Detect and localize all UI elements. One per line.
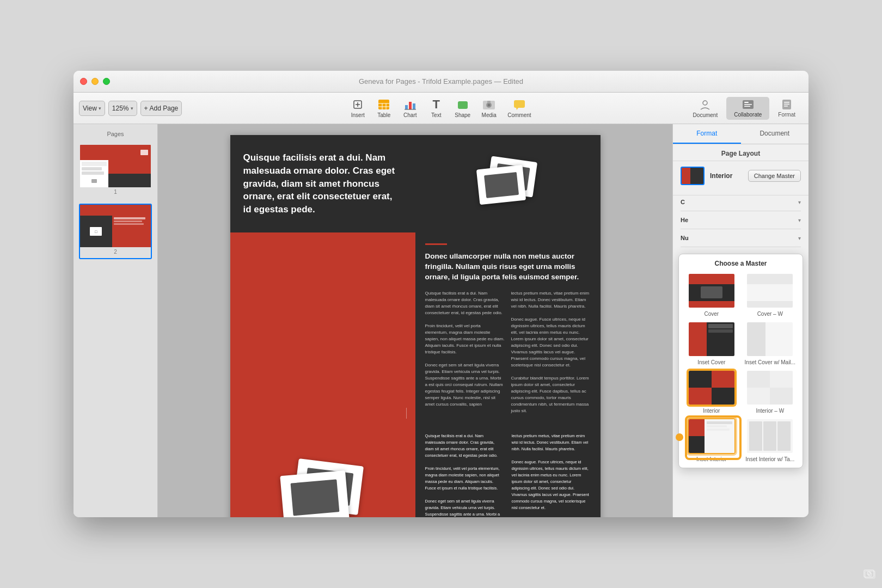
text-label: Text [431,112,441,118]
svg-point-19 [703,101,707,105]
master-label-cover-w: Cover – W [757,311,783,317]
section-header-nu[interactable]: Nu ▾ [673,231,808,244]
thumb2-body: □ [80,216,151,247]
master-item-cover-w[interactable]: Cover – W [743,273,798,317]
toolbar-left: View ▾ 125% ▾ + Add Page [79,101,182,116]
divider-2 [681,229,801,229]
master-label-inset-interior-ta: Inset Interior w/ Ta... [745,456,794,462]
canvas-area[interactable]: Quisque facilisis erat a dui. Nam malesu… [158,124,672,517]
page-grid: Quisque facilisis erat a dui. Nam malesu… [230,135,601,517]
col1-text: Quisque facilisis erat a dui. Nam malesu… [425,290,505,414]
format-button[interactable]: Collaborate [726,97,769,120]
section-header-he[interactable]: He ▾ [673,213,808,226]
view-button[interactable]: View ▾ [79,101,105,116]
cell-red-slides [230,423,415,517]
minimize-button[interactable] [91,78,99,85]
comment-label: Comment [507,112,531,118]
text-button[interactable]: T Text [428,99,444,118]
divider-3 [681,247,801,247]
master-thumb-inset-cover [688,321,736,357]
master-item-interior[interactable]: Interior [684,370,739,414]
col2-text: lectus pretium metus, vitae pretium enim… [511,290,591,414]
add-page-button[interactable]: + Add Page [140,101,182,116]
change-master-button[interactable]: Change Master [748,170,801,182]
master-thumb-interior [688,370,736,406]
insert-button[interactable]: Insert [350,99,365,118]
section-label-he: He [681,217,688,223]
format-label: Collaborate [734,112,762,118]
comment-button[interactable]: Comment [507,99,531,118]
svg-rect-12 [458,101,468,109]
mt-inset-cover-design [689,322,734,356]
master-label-inset-cover-mail: Inset Cover w/ Mail... [745,359,795,365]
master-item-inset-cover[interactable]: Inset Cover [684,321,739,365]
chevron-icon-c: ▾ [798,199,801,205]
insert-label: Insert [351,112,365,118]
media-button[interactable]: Media [481,99,497,118]
media-icon [481,99,497,111]
mt-inset-interior-ta-design [747,419,793,453]
table-label: Table [377,112,390,118]
toolbar-right: Document Collaborate [693,97,803,120]
mt-inset-interior-design [689,419,734,453]
chevron-down-icon: ▾ [99,106,101,111]
toolbar: View ▾ 125% ▾ + Add Page [74,93,808,124]
page-thumb-1[interactable]: 1 [79,144,152,199]
frame-icon: □ [90,227,102,236]
svg-rect-26 [784,103,789,105]
cell-dark-slides [415,135,601,232]
chart-button[interactable]: Chart [402,99,418,118]
cell-red-empty [230,232,415,423]
chart-label: Chart [403,112,416,118]
svg-rect-9 [409,102,412,109]
page-number-2: 2 [80,249,151,255]
collaborate-label: Document [693,112,718,118]
divider-1 [681,211,801,211]
text-icon: T [428,99,444,111]
master-item-interior-w[interactable]: Interior – W [743,370,798,414]
master-item-inset-interior-ta[interactable]: Inset Interior w/ Ta... [743,418,798,462]
app-window: Geneva for Pages - Trifold Example.pages… [74,71,808,517]
shape-label: Shape [455,112,470,118]
zoom-button[interactable]: 125% ▾ [108,101,137,116]
close-button[interactable] [80,78,87,85]
master-thumb-inset-cover-mail [746,321,794,357]
body-columns: Quisque facilisis erat a dui. Nam malesu… [425,290,591,414]
tab-document[interactable]: Document [741,124,809,144]
page-number-1: 1 [80,189,151,195]
maximize-button[interactable] [103,78,110,85]
collaborate-button[interactable]: Document [693,99,718,118]
slide-frame-lg-front [280,470,349,517]
int-thumb-inner [682,168,703,184]
master-item-cover[interactable]: Cover [684,273,739,317]
table-button[interactable]: Table [376,99,391,118]
mt-inset-cover-w-design [747,322,793,356]
format-icon [742,99,755,110]
thumb2-right [112,216,151,247]
document-button[interactable]: Format [770,97,803,120]
page-thumb-2[interactable]: □ 2 [79,204,152,259]
shape-button[interactable]: Shape [455,99,470,118]
tab-format[interactable]: Format [673,124,741,144]
body-heading: Donec ullamcorper nulla non metus auctor… [425,252,591,283]
window-title: Geneva for Pages - Trifold Example.pages… [359,77,523,85]
int-right [690,168,703,184]
svg-rect-22 [744,104,752,105]
section-header-c[interactable]: C ▾ [673,195,808,209]
selection-dot [676,433,683,441]
view-label: View [83,105,97,112]
master-label-inset-cover: Inset Cover [697,359,725,365]
master-thumb-inset-interior-ta [746,418,794,454]
shape-icon [455,99,470,111]
svg-rect-21 [744,102,749,103]
insert-icon [350,99,365,111]
svg-rect-23 [744,106,750,107]
main-area: Pages [74,124,808,517]
master-item-inset-cover-mail[interactable]: Inset Cover w/ Mail... [743,321,798,365]
master-label-cover: Cover [704,311,719,317]
master-item-inset-interior[interactable]: Inset Interior [684,418,739,462]
pages-sidebar: Pages [74,124,158,517]
interior-label: Interior [710,172,743,180]
svg-rect-8 [405,105,408,109]
right-panel-tabs: Format Document [673,124,808,144]
